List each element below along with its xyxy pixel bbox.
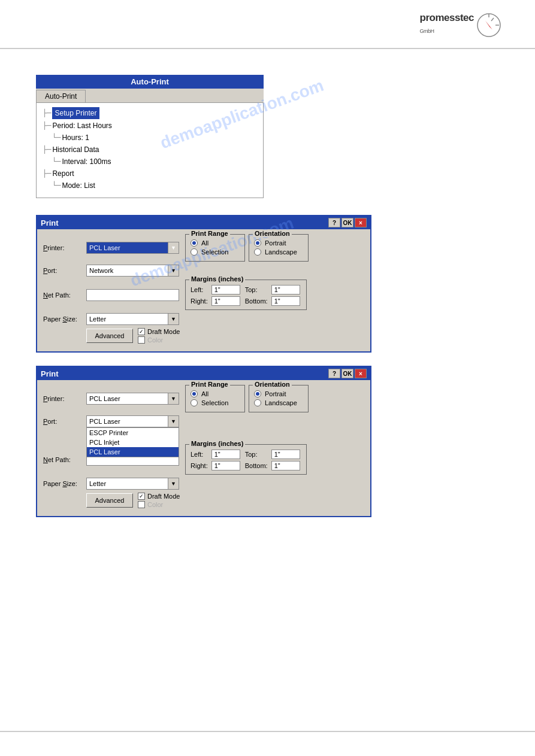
bottom-input-2[interactable] — [271, 461, 300, 470]
port-option-inkjet[interactable]: PCL Inkjet — [87, 438, 179, 447]
papersize-arrow-2[interactable]: ▼ — [168, 478, 179, 489]
autoprint-section: Auto-Print Auto-Print ├─ Setup Printer ├… — [36, 75, 264, 198]
advanced-button-1[interactable]: Advanced — [86, 329, 133, 343]
svg-line-3 — [491, 18, 494, 21]
papersize-label-1: Paper Size: — [43, 315, 86, 323]
tree-item-mode[interactable]: └─ Mode: List — [43, 180, 257, 192]
left-label-2: Left: — [191, 451, 208, 458]
papersize-select-2[interactable]: Letter ▼ — [86, 478, 179, 490]
selection-radio-2[interactable] — [191, 399, 198, 406]
autoprint-tab[interactable]: Auto-Print — [36, 90, 86, 102]
tree-item-hours[interactable]: └─ Hours: 1 — [43, 132, 257, 144]
left-input-2[interactable] — [211, 450, 240, 459]
color-checkbox-2[interactable] — [138, 501, 145, 508]
right-input-1[interactable] — [211, 296, 240, 306]
printer-arrow-2[interactable]: ▼ — [168, 393, 179, 404]
papersize-value-1: Letter — [87, 315, 168, 323]
margins-title-1: Margins (inches) — [189, 275, 245, 283]
print-dialog-1: Print ? OK × Printer: PCL Laser ▼ Print … — [36, 215, 371, 353]
papersize-value-2: Letter — [87, 480, 168, 487]
netpath-input-1[interactable] — [86, 289, 179, 301]
landscape-radio-1[interactable] — [254, 248, 261, 256]
print-dialog-2: Print ? OK × Printer: PCL Laser ▼ Print … — [36, 366, 371, 517]
logo-icon — [476, 13, 499, 35]
tree-line: └─ — [52, 132, 61, 143]
printer-select-2[interactable]: PCL Laser ▼ — [86, 393, 179, 405]
portrait-radio-2[interactable] — [254, 390, 261, 397]
right-label-1: Right: — [191, 297, 208, 305]
papersize-select-1[interactable]: Letter ▼ — [86, 313, 179, 325]
port-select-1[interactable]: Network ▼ — [86, 265, 179, 277]
portrait-radio-row-2: Portrait — [254, 390, 303, 397]
autoprint-title-bar: Auto-Print — [36, 75, 264, 89]
printer-value-1: PCL Laser — [87, 244, 168, 251]
tree-item-report[interactable]: ├─ Report — [43, 168, 257, 180]
tree-item-setup-printer[interactable]: ├─ Setup Printer — [43, 107, 257, 120]
draft-mode-checkbox-1[interactable]: ✓ — [138, 328, 145, 335]
help-button-2[interactable]: ? — [328, 369, 340, 378]
tree-line: └─ — [52, 180, 61, 191]
tree-line: ├─ — [43, 108, 51, 119]
ok-button-2[interactable]: OK — [341, 369, 353, 378]
port-arrow-1[interactable]: ▼ — [168, 265, 179, 276]
color-checkbox-1[interactable] — [138, 336, 145, 344]
dialog-title-1: Print — [41, 218, 59, 227]
bottom-label-2: Bottom: — [245, 462, 268, 469]
portrait-radio-row-1: Portrait — [254, 239, 303, 247]
papersize-arrow-1[interactable]: ▼ — [168, 314, 179, 324]
advanced-button-2[interactable]: Advanced — [86, 493, 133, 508]
tree-item-label-selected: Setup Printer — [52, 107, 99, 119]
dialog-title-bar-2: Print ? OK × — [37, 367, 370, 380]
close-button-2[interactable]: × — [355, 369, 367, 378]
draft-mode-label-2: Draft Mode — [147, 493, 180, 500]
help-button-1[interactable]: ? — [328, 218, 340, 227]
port-dropdown-list-2: ESCP Printer PCL Inkjet PCL Laser — [86, 427, 179, 457]
papersize-row-1: Paper Size: Letter ▼ — [43, 313, 364, 325]
draft-mode-row-1: ✓ Draft Mode — [138, 328, 180, 335]
portrait-radio-1[interactable] — [254, 239, 261, 247]
bottom-label-1: Bottom: — [245, 297, 268, 305]
top-input-1[interactable] — [271, 285, 300, 294]
tree-line: └─ — [52, 156, 61, 167]
tree-line: ├─ — [43, 144, 51, 155]
draft-mode-checkbox-2[interactable]: ✓ — [138, 493, 145, 500]
port-option-laser[interactable]: PCL Laser — [87, 447, 179, 457]
port-option-escp[interactable]: ESCP Printer — [87, 428, 179, 438]
printer-row-1: Printer: PCL Laser ▼ Print Range All — [43, 234, 364, 262]
right-input-2[interactable] — [211, 461, 240, 470]
netpath-row-1: Net Path: Margins (inches) Left: Top: Ri… — [43, 280, 364, 310]
port-row-2: Port: PCL Laser ▼ ESCP Printer PCL Inkje… — [43, 415, 364, 427]
port-select-2[interactable]: PCL Laser ▼ — [86, 415, 179, 427]
landscape-radio-2[interactable] — [254, 399, 261, 406]
printer-arrow-1[interactable]: ▼ — [168, 242, 179, 253]
all-radio-1[interactable] — [191, 239, 198, 247]
color-row-2: Color — [138, 501, 180, 508]
tree-item-label: Period: Last Hours — [52, 120, 111, 131]
selection-radio-1[interactable] — [191, 248, 198, 256]
printer-value-2: PCL Laser — [87, 395, 168, 402]
bottom-input-1[interactable] — [271, 296, 300, 306]
tree-item-period[interactable]: ├─ Period: Last Hours — [43, 120, 257, 132]
tree-item-label: Historical Data — [52, 144, 99, 155]
ok-button-1[interactable]: OK — [341, 218, 353, 227]
top-label-2: Top: — [245, 451, 268, 458]
orientation-title-2: Orientation — [253, 381, 292, 388]
printer-row-2: Printer: PCL Laser ▼ Print Range All — [43, 385, 364, 412]
dialog-title-buttons-2: ? OK × — [328, 369, 367, 378]
port-arrow-2[interactable]: ▼ — [168, 416, 179, 427]
print-range-title-2: Print Range — [189, 381, 230, 388]
close-button-1[interactable]: × — [355, 218, 367, 227]
all-radio-row-2: All — [191, 390, 240, 397]
port-value-1: Network — [87, 267, 168, 274]
logo-area: promesstec GmbH — [420, 12, 499, 36]
tree-item-label: Interval: 100ms — [62, 156, 111, 167]
tree-item-interval[interactable]: └─ Interval: 100ms — [43, 156, 257, 168]
left-input-1[interactable] — [211, 285, 240, 294]
printer-select-1[interactable]: PCL Laser ▼ — [86, 242, 179, 254]
tree-item-historical[interactable]: ├─ Historical Data — [43, 144, 257, 156]
all-radio-2[interactable] — [191, 390, 198, 397]
tree-line: ├─ — [43, 168, 51, 179]
orientation-title-1: Orientation — [253, 230, 292, 237]
tree-item-label: Hours: 1 — [62, 132, 89, 143]
top-input-2[interactable] — [271, 450, 300, 459]
